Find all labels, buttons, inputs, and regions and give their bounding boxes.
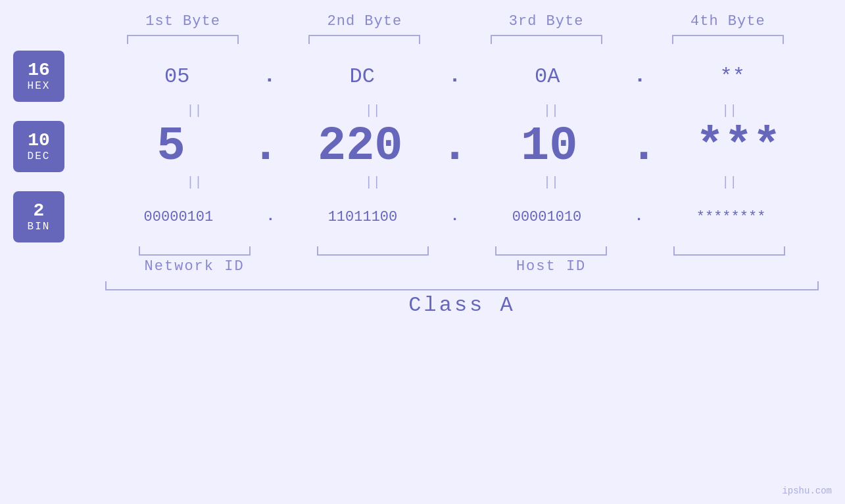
bin-val-4: ******** <box>643 209 819 225</box>
class-row: Class A <box>105 293 819 317</box>
byte-header-4: 4th Byte <box>637 13 819 30</box>
class-bracket-row <box>105 281 819 290</box>
dec-val-2: 220 <box>280 120 441 173</box>
bracket-1 <box>92 35 274 44</box>
eq-2-4: || <box>640 173 819 191</box>
bot-bracket-2 <box>283 246 462 256</box>
bin-val-3: 00001010 <box>459 209 635 225</box>
bin-values: 00000101 . 11011100 . 00001010 . *******… <box>91 209 819 225</box>
class-label: Class A <box>408 293 515 317</box>
equals-row-1: || || || || <box>105 102 819 120</box>
bracket-2 <box>274 35 455 44</box>
dec-dot-1: . <box>251 123 279 170</box>
eq-1-3: || <box>462 102 640 120</box>
bracket-4 <box>637 35 819 44</box>
main-container: 1st Byte 2nd Byte 3rd Byte 4th Byte 16 H… <box>0 0 845 504</box>
byte-header-3: 3rd Byte <box>456 13 637 30</box>
eq-1-2: || <box>283 102 462 120</box>
eq-2-1: || <box>105 173 283 191</box>
watermark: ipshu.com <box>782 486 832 496</box>
dec-dot-3: . <box>629 123 658 170</box>
equals-row-2: || || || || <box>105 173 819 191</box>
bot-bracket-1 <box>105 246 283 256</box>
top-brackets <box>92 35 819 44</box>
dec-badge-label: DEC <box>28 150 51 162</box>
hex-val-2: DC <box>276 64 448 89</box>
host-id-label-3 <box>640 258 819 275</box>
hex-badge-label: HEX <box>28 80 51 92</box>
dec-val-4: *** <box>658 120 819 173</box>
hex-dot-1: . <box>263 66 276 87</box>
hex-dot-3: . <box>633 66 646 87</box>
hex-dot-2: . <box>448 66 461 87</box>
bin-dot-3: . <box>635 210 643 224</box>
bottom-brackets <box>105 246 819 256</box>
hex-row: 16 HEX 05 . DC . 0A . ** <box>13 51 819 102</box>
host-id-label-2: Host ID <box>462 258 640 275</box>
eq-2-2: || <box>283 173 462 191</box>
network-id-label: Network ID <box>105 258 283 275</box>
bin-badge: 2 BIN <box>13 191 64 242</box>
class-bracket <box>105 281 819 290</box>
hex-badge: 16 HEX <box>13 51 64 102</box>
bin-badge-number: 2 <box>34 201 45 221</box>
bin-badge-label: BIN <box>28 221 51 233</box>
bot-bracket-4 <box>640 246 819 256</box>
byte-headers: 1st Byte 2nd Byte 3rd Byte 4th Byte <box>92 13 819 30</box>
bot-bracket-3 <box>462 246 640 256</box>
hex-badge-number: 16 <box>28 60 50 81</box>
hex-val-1: 05 <box>91 64 263 89</box>
bin-val-2: 11011100 <box>275 209 450 225</box>
bin-row: 2 BIN 00000101 . 11011100 . 00001010 . *… <box>13 191 819 242</box>
byte-header-1: 1st Byte <box>92 13 274 30</box>
dec-badge: 10 DEC <box>13 121 64 172</box>
bin-val-1: 00000101 <box>91 209 266 225</box>
hex-val-4: ** <box>646 64 819 89</box>
id-labels-row: Network ID Host ID <box>105 258 819 275</box>
bin-dot-2: . <box>450 210 459 224</box>
hex-values: 05 . DC . 0A . ** <box>91 64 819 89</box>
eq-1-1: || <box>105 102 283 120</box>
bin-dot-1: . <box>266 210 275 224</box>
dec-row: 10 DEC 5 . 220 . 10 . *** <box>13 120 819 173</box>
dec-val-3: 10 <box>469 120 629 173</box>
hex-val-3: 0A <box>461 64 633 89</box>
eq-1-4: || <box>640 102 819 120</box>
host-id-label-1 <box>283 258 462 275</box>
dec-values: 5 . 220 . 10 . *** <box>91 120 819 173</box>
dec-badge-number: 10 <box>28 131 50 151</box>
dec-val-1: 5 <box>91 120 251 173</box>
byte-header-2: 2nd Byte <box>274 13 455 30</box>
bracket-3 <box>456 35 637 44</box>
dec-dot-2: . <box>441 123 469 170</box>
eq-2-3: || <box>462 173 640 191</box>
